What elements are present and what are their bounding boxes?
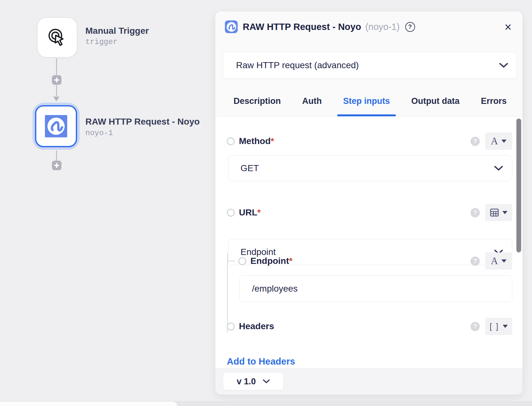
panel-tabs: Description Auth Step inputs Output data…: [215, 86, 522, 116]
help-icon[interactable]: ?: [471, 257, 480, 266]
help-icon[interactable]: ?: [471, 137, 480, 146]
close-icon[interactable]: ×: [505, 21, 512, 33]
endpoint-field-row: Endpoint* ? A: [238, 252, 512, 270]
panel-scrollbar-thumb[interactable]: [516, 119, 521, 252]
workflow-editor: Manual Trigger trigger RAW HTTP Request …: [0, 0, 532, 406]
required-asterisk: *: [257, 207, 261, 217]
tab-auth[interactable]: Auth: [302, 86, 322, 116]
step-config-panel: RAW HTTP Request - Noyo (noyo-1) ? × Raw…: [215, 11, 522, 395]
version-value: v 1.0: [237, 377, 256, 387]
add-step-button[interactable]: [52, 75, 61, 85]
method-type-selector[interactable]: A: [485, 133, 512, 150]
chevron-down-icon: [263, 379, 270, 384]
connector-arrow-icon: [53, 97, 60, 101]
triangle-down-icon: [502, 211, 507, 214]
method-label: Method*: [239, 136, 274, 146]
required-asterisk: *: [271, 136, 274, 146]
text-type-icon: A: [491, 255, 498, 267]
noyo-step-card: [35, 105, 77, 147]
connector-line: [56, 85, 57, 96]
url-mapping-toggle[interactable]: [227, 209, 235, 217]
triangle-down-icon: [501, 259, 507, 263]
tab-output-data[interactable]: Output data: [411, 86, 459, 116]
manual-trigger-node[interactable]: [37, 17, 77, 58]
panel-header: RAW HTTP Request - Noyo (noyo-1) ?: [225, 20, 415, 33]
tab-errors[interactable]: Errors: [481, 86, 507, 116]
trigger-node-subtitle: trigger: [85, 38, 118, 46]
url-type-selector[interactable]: [485, 204, 512, 221]
trigger-node-title: Manual Trigger: [85, 26, 149, 36]
help-icon[interactable]: ?: [405, 22, 415, 32]
headers-mapping-toggle[interactable]: [227, 323, 235, 330]
click-trigger-icon: [47, 27, 68, 48]
noyo-node-title: RAW HTTP Request - Noyo: [85, 117, 200, 127]
chevron-down-icon: [499, 63, 508, 68]
tab-description[interactable]: Description: [234, 86, 281, 116]
version-select[interactable]: v 1.0: [223, 373, 284, 390]
url-field-row: URL* ?: [227, 204, 512, 221]
connector-line: [56, 58, 57, 75]
add-to-headers-link[interactable]: Add to Headers: [227, 356, 295, 367]
help-icon[interactable]: ?: [471, 322, 480, 331]
triangle-down-icon: [503, 325, 508, 328]
headers-field-row: Headers ? [ ]: [227, 318, 512, 335]
headers-label: Headers: [239, 321, 274, 331]
action-type-select[interactable]: Raw HTTP request (advanced): [223, 52, 517, 79]
endpoint-value: /employees: [252, 284, 503, 294]
panel-footer: v 1.0: [215, 368, 522, 395]
required-asterisk: *: [289, 256, 292, 266]
panel-title: RAW HTTP Request - Noyo: [243, 22, 361, 32]
endpoint-label: Endpoint*: [250, 256, 292, 266]
noyo-logo-icon: [225, 20, 238, 33]
endpoint-type-selector[interactable]: A: [485, 252, 512, 270]
headers-type-selector[interactable]: [ ]: [485, 318, 512, 335]
endpoint-mapping-toggle[interactable]: [238, 257, 246, 265]
nested-field-tick: [227, 261, 235, 261]
endpoint-input[interactable]: /employees: [240, 275, 512, 302]
method-field-row: Method* ? A: [227, 133, 512, 150]
url-label: URL*: [239, 207, 261, 218]
table-type-icon: [490, 208, 499, 217]
noyo-step-node[interactable]: [32, 103, 80, 150]
text-type-icon: A: [491, 135, 498, 147]
method-value: GET: [241, 163, 494, 173]
array-type-icon: [ ]: [490, 322, 499, 331]
bottom-card-edge: [0, 402, 177, 406]
connector-line: [56, 150, 57, 161]
triangle-down-icon: [501, 140, 507, 143]
action-type-value: Raw HTTP request (advanced): [236, 60, 499, 70]
tab-step-inputs[interactable]: Step inputs: [343, 86, 390, 116]
add-step-button[interactable]: [52, 161, 61, 170]
method-select[interactable]: GET: [228, 155, 512, 181]
method-mapping-toggle[interactable]: [227, 137, 235, 145]
panel-instance-id: (noyo-1): [365, 22, 400, 32]
noyo-node-subtitle: noyo-1: [85, 129, 113, 137]
chevron-down-icon: [494, 166, 503, 171]
help-icon[interactable]: ?: [471, 208, 480, 217]
noyo-logo-icon: [45, 115, 67, 137]
